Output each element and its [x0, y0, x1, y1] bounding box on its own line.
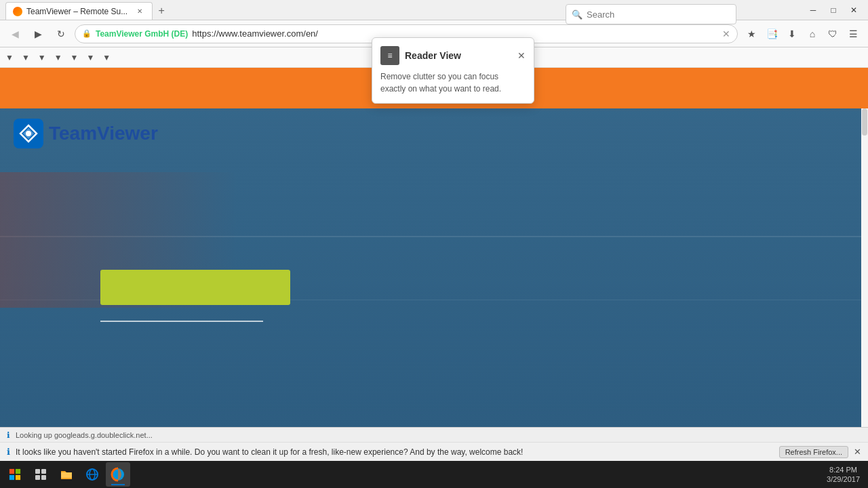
minimize-button[interactable]: ─: [804, 4, 822, 16]
taskbar-right-area: 8:24 PM 3/29/2017: [827, 465, 865, 485]
tab-close-button[interactable]: ✕: [134, 6, 145, 17]
window-controls: ─ □ ✕: [804, 4, 863, 16]
svg-rect-9: [41, 475, 46, 480]
notification-close-button[interactable]: ✕: [854, 447, 861, 457]
task-view-button[interactable]: [28, 462, 53, 487]
browser-window: TeamViewer – Remote Su... ✕ + ─ □ ✕ ◀ ▶ …: [0, 0, 868, 488]
svg-rect-2: [9, 469, 14, 474]
maximize-button[interactable]: □: [825, 4, 842, 16]
reader-popup-title-text: Reader View: [405, 50, 461, 61]
svg-rect-3: [16, 469, 20, 474]
taskbar-time-display: 8:24 PM: [827, 465, 860, 474]
teamviewer-logo: TeamViewer: [0, 112, 172, 155]
toolbar-nav-5[interactable]: ▼: [71, 53, 79, 62]
nav-right-buttons: ★ 📑 ⬇ ⌂ 🛡 ☰: [742, 24, 863, 43]
search-input[interactable]: [587, 9, 730, 20]
task-view-icon: [35, 468, 47, 481]
secure-label: TeamViewer GmbH (DE): [96, 29, 188, 39]
home-button[interactable]: ⌂: [803, 24, 822, 43]
tv-logo-icon: [14, 119, 43, 148]
taskbar: 8:24 PM 3/29/2017: [0, 461, 868, 488]
search-icon: 🔍: [572, 9, 583, 20]
shield-button[interactable]: 🛡: [823, 24, 842, 43]
status-bar-left: ℹ Looking up googleads.g.doubleclick.net…: [7, 430, 153, 440]
back-button[interactable]: ◀: [5, 24, 24, 43]
title-bar: TeamViewer – Remote Su... ✕ + ─ □ ✕: [0, 0, 868, 20]
file-explorer-button[interactable]: [54, 462, 79, 487]
internet-explorer-button[interactable]: [80, 462, 104, 487]
reader-popup-header: ≡ Reader View ✕: [380, 46, 526, 65]
secure-icon: 🔒: [82, 29, 92, 38]
menu-button[interactable]: ☰: [844, 24, 863, 43]
tab-title: TeamViewer – Remote Su...: [26, 7, 127, 16]
svg-rect-8: [35, 475, 40, 480]
bookmark-list-button[interactable]: 📑: [762, 24, 781, 43]
toolbar-nav-1[interactable]: ▼: [5, 53, 14, 62]
svg-rect-5: [16, 475, 20, 480]
tv-logo-text: TeamViewer: [49, 123, 158, 144]
new-tab-button[interactable]: +: [153, 2, 170, 20]
page-scrollbar[interactable]: [861, 108, 868, 427]
svg-rect-6: [35, 469, 40, 474]
address-clear-button[interactable]: ✕: [722, 28, 730, 39]
toolbar-nav-7[interactable]: ▼: [102, 53, 111, 62]
start-button[interactable]: [3, 462, 27, 487]
taskbar-clock: 8:24 PM 3/29/2017: [827, 465, 860, 485]
status-bar: ℹ Looking up googleads.g.doubleclick.net…: [0, 427, 868, 442]
white-divider-line: [100, 321, 263, 322]
svg-rect-4: [9, 475, 14, 480]
active-tab[interactable]: TeamViewer – Remote Su... ✕: [5, 2, 153, 20]
reader-icon: ≡: [380, 46, 399, 65]
hero-section: [0, 108, 868, 427]
notification-icon: ℹ: [7, 447, 10, 457]
svg-rect-7: [41, 469, 46, 474]
tab-area: TeamViewer – Remote Su... ✕ +: [5, 0, 170, 20]
cta-button[interactable]: [100, 270, 290, 305]
reader-close-button[interactable]: ✕: [517, 50, 526, 61]
toolbar-nav-3[interactable]: ▼: [38, 53, 46, 62]
toolbar-nav-2[interactable]: ▼: [22, 53, 30, 62]
page-content: TeamViewer: [0, 68, 868, 427]
reader-popup-description: Remove clutter so you can focus exactly …: [380, 70, 526, 95]
refresh-button[interactable]: ↻: [52, 24, 71, 43]
toolbar-nav-6[interactable]: ▼: [86, 53, 94, 62]
firefox-icon: [111, 467, 125, 482]
notification-bar: ℹ It looks like you haven't started Fire…: [0, 442, 868, 461]
status-info-icon: ℹ: [7, 430, 10, 440]
firefox-button[interactable]: [106, 462, 130, 487]
scrollbar-thumb: [862, 108, 867, 136]
forward-button[interactable]: ▶: [28, 24, 47, 43]
notification-text: It looks like you haven't started Firefo…: [16, 447, 774, 457]
folder-icon: [60, 468, 73, 481]
windows-logo-icon: [9, 468, 21, 481]
toolbar-nav-4[interactable]: ▼: [54, 53, 62, 62]
svg-point-1: [26, 131, 31, 136]
refresh-firefox-button[interactable]: Refresh Firefox...: [779, 446, 848, 458]
bookmark-star-button[interactable]: ★: [742, 24, 761, 43]
ie-icon: [85, 468, 99, 481]
reader-popup-title: ≡ Reader View: [380, 46, 461, 65]
download-button[interactable]: ⬇: [783, 24, 802, 43]
taskbar-date-display: 3/29/2017: [827, 474, 860, 484]
reader-view-popup: ≡ Reader View ✕ Remove clutter so you ca…: [372, 37, 534, 104]
tab-favicon: [13, 7, 22, 16]
status-loading-text: Looking up googleads.g.doubleclick.net..…: [16, 431, 153, 439]
close-button[interactable]: ✕: [845, 4, 863, 16]
search-popup: 🔍: [566, 4, 736, 24]
